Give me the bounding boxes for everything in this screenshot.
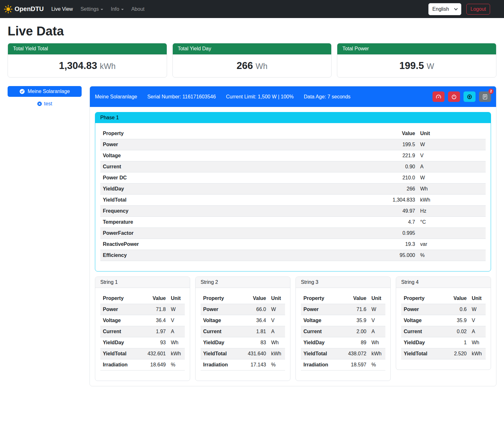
table-row: Frequency49.97Hz (100, 206, 486, 217)
card-unit: Wh (256, 62, 268, 71)
table-row: YieldTotal1,304.833kWh (100, 195, 486, 206)
serial-number: Serial Number: 116171603546 (147, 94, 216, 100)
value-cell: 17.143 (239, 359, 269, 371)
card-title: Total Yield Day (173, 43, 332, 54)
nav-item-live-view[interactable]: Live View (49, 4, 75, 15)
table-row: Voltage36.4V (201, 315, 285, 326)
property-cell: Voltage (301, 315, 339, 326)
string-table: Property Value Unit Power0.6WVoltage35.9… (401, 293, 486, 359)
table-row: Current0.90A (100, 161, 486, 172)
phase-card: Phase 1 Property Value Unit Power199.5WV… (95, 112, 491, 271)
check-circle-icon (19, 89, 25, 94)
property-cell: YieldTotal (401, 348, 443, 359)
property-cell: Irradiation (201, 359, 239, 371)
value-header: Value (139, 293, 168, 304)
property-cell: YieldDay (100, 337, 139, 348)
string-table: Property Value Unit Power71.8WVoltage36.… (100, 293, 185, 371)
property-cell: Power (100, 304, 139, 315)
value-cell: 36.4 (239, 315, 269, 326)
card-title: Total Power (337, 43, 496, 54)
value-header: Value (339, 293, 369, 304)
inverter-panel-header: Meine Solaranlage Serial Number: 1161716… (90, 86, 496, 107)
unit-cell: % (418, 250, 486, 261)
phase-table: Property Value Unit Power199.5WVoltage22… (100, 128, 486, 261)
nav-item-about[interactable]: About (129, 4, 147, 15)
unit-cell: V (269, 315, 285, 326)
string-table: Property Value Unit Power71.6WVoltage35.… (301, 293, 385, 371)
unit-cell: var (418, 239, 486, 250)
property-header: Property (401, 293, 443, 304)
table-row: YieldTotal2.520kWh (401, 348, 486, 359)
property-cell: Power (100, 139, 290, 150)
table-row: YieldDay89Wh (301, 337, 385, 348)
x-circle-icon (37, 101, 42, 106)
property-cell: YieldTotal (100, 348, 139, 359)
unit-cell: Wh (168, 337, 185, 348)
brand[interactable]: OpenDTU (4, 5, 44, 14)
table-row: Irradiation18.649% (100, 359, 185, 371)
unit-cell: kWh (269, 348, 285, 359)
unit-cell: °C (418, 217, 486, 228)
property-cell: Irradiation (301, 359, 339, 371)
string-card-body: Property Value Unit Power71.6WVoltage35.… (296, 288, 390, 381)
card-value-area: 266 Wh (173, 54, 332, 77)
string-title: String 2 (196, 277, 290, 288)
limit-settings-button[interactable] (432, 91, 445, 102)
inverter-name: Meine Solaranlage (95, 94, 137, 100)
test-inverter-link[interactable]: test (8, 101, 82, 107)
table-row: YieldDay266Wh (100, 184, 486, 195)
journal-icon (482, 94, 488, 100)
total-yield-day-card: Total Yield Day 266 Wh (172, 43, 332, 78)
table-header-row: Property Value Unit (201, 293, 285, 304)
string-card-4: String 4 Property Value Unit (396, 277, 491, 370)
event-count-badge: 2 (488, 89, 494, 94)
language-select[interactable]: English (428, 3, 461, 15)
value-cell: 199.5 (290, 139, 418, 150)
nav-item-settings[interactable]: Settings (78, 4, 106, 15)
nav-item-info[interactable]: Info (108, 4, 126, 15)
unit-cell: W (168, 304, 185, 315)
value-cell: 71.8 (139, 304, 168, 315)
cpu-icon (467, 94, 472, 100)
table-row: YieldDay83Wh (201, 337, 285, 348)
unit-cell: Wh (418, 184, 486, 195)
table-row: Power0.6W (401, 304, 486, 315)
property-cell: Power (301, 304, 339, 315)
table-row: Temperature4.7°C (100, 217, 486, 228)
table-row: Current1.97A (100, 326, 185, 337)
table-row: Power71.6W (301, 304, 385, 315)
inverter-select-label: Meine Solaranlage (28, 89, 70, 94)
device-info-button[interactable] (464, 91, 476, 102)
value-cell: 95.000 (290, 250, 418, 261)
table-row: Power71.8W (100, 304, 185, 315)
property-cell: Current (100, 326, 139, 337)
table-row: Voltage35.9V (401, 315, 486, 326)
unit-cell: kWh (469, 348, 486, 359)
property-cell: Voltage (201, 315, 239, 326)
nav-item-label: Info (111, 6, 119, 12)
table-row: YieldTotal432.601kWh (100, 348, 185, 359)
table-header-row: Property Value Unit (401, 293, 486, 304)
property-cell: YieldDay (201, 337, 239, 348)
unit-cell: W (269, 304, 285, 315)
unit-cell: % (168, 359, 185, 371)
unit-cell: V (168, 315, 185, 326)
power-toggle-button[interactable] (448, 91, 460, 102)
property-cell: Current (401, 326, 443, 337)
table-row: Power66.0W (201, 304, 285, 315)
unit-cell: A (168, 326, 185, 337)
navbar-right: English Logout (428, 3, 490, 15)
property-header: Property (100, 128, 290, 139)
logout-button[interactable]: Logout (466, 4, 490, 15)
string-card-body: Property Value Unit Power0.6WVoltage35.9… (396, 288, 491, 370)
language-select-value: English (432, 6, 449, 12)
inverter-select-button[interactable]: Meine Solaranlage (8, 86, 82, 97)
page-content: Live Data Total Yield Total 1,304.83 kWh… (0, 24, 504, 396)
table-row: Voltage221.9V (100, 150, 486, 161)
value-cell: 0.02 (443, 326, 469, 337)
table-row: ReactivePower19.3var (100, 239, 486, 250)
unit-cell: Wh (369, 337, 385, 348)
property-cell: Irradiation (100, 359, 139, 371)
main-row: Meine Solaranlage test Meine Solaranlage… (8, 86, 496, 386)
event-log-button[interactable]: 2 (479, 91, 491, 102)
